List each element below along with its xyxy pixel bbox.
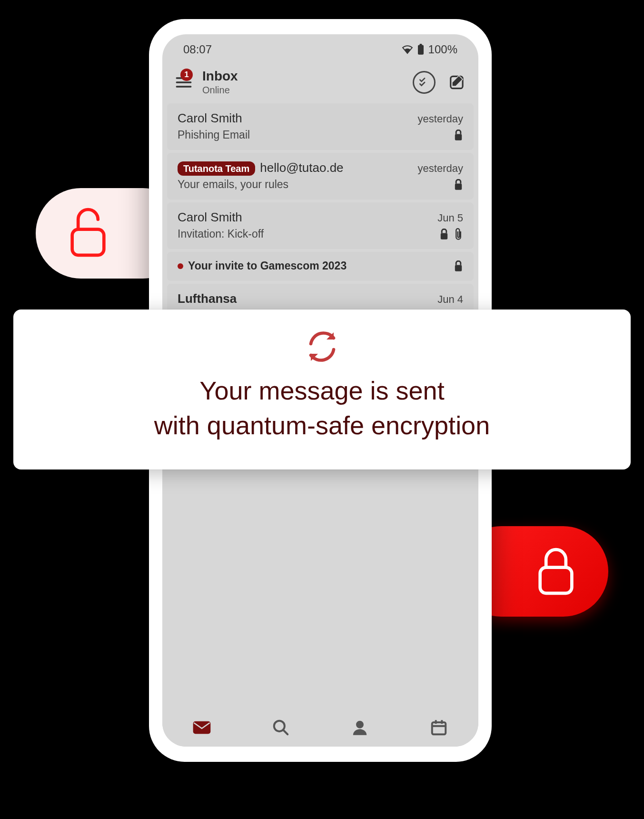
email-date: yesterday	[418, 162, 463, 175]
banner-line2: with quantum-safe encryption	[154, 411, 490, 439]
unlock-icon	[64, 205, 112, 262]
sender-tag: Tutanota Team	[178, 161, 255, 176]
unread-dot	[178, 263, 183, 269]
email-sender: Carol Smith	[178, 111, 418, 126]
email-sender: Tutanota Teamhello@tutao.de	[178, 160, 418, 175]
svg-rect-10	[441, 233, 447, 239]
svg-rect-9	[455, 183, 462, 190]
lock-icon	[439, 229, 449, 240]
battery-percent: 100%	[428, 43, 457, 56]
svg-rect-1	[540, 568, 572, 593]
lock-icon	[532, 543, 580, 600]
nav-mail[interactable]	[190, 716, 214, 739]
svg-rect-0	[72, 230, 104, 255]
svg-line-17	[283, 730, 288, 735]
email-subject: Your invite to Gamescom 2023	[178, 260, 454, 272]
unread-badge: 1	[180, 69, 193, 81]
wifi-icon	[402, 45, 413, 54]
status-time: 08:07	[183, 43, 212, 56]
nav-contacts[interactable]	[348, 716, 372, 739]
email-date: yesterday	[418, 113, 463, 125]
status-bar: 08:07 100%	[162, 34, 478, 65]
email-row[interactable]: Carol SmithyesterdayPhishing Email	[167, 103, 474, 150]
email-sender: Carol Smith	[178, 210, 437, 225]
connection-status: Online	[202, 85, 413, 96]
email-subject: Invitation: Kick-off	[178, 228, 439, 240]
email-row[interactable]: Tutanota Teamhello@tutao.deyesterdayYour…	[167, 153, 474, 200]
compose-button[interactable]	[446, 71, 469, 94]
inbox-header: 1 Inbox Online	[162, 65, 478, 103]
email-row[interactable]: Carol SmithJun 5Invitation: Kick-off	[167, 202, 474, 249]
banner-line1: Your message is sent	[199, 376, 444, 405]
bottom-nav	[162, 709, 478, 747]
status-icons: 100%	[402, 43, 457, 56]
menu-button[interactable]: 1	[172, 70, 196, 94]
nav-search[interactable]	[269, 716, 293, 739]
email-subject: Your emails, your rules	[178, 178, 454, 191]
select-button[interactable]	[413, 71, 436, 94]
lock-icon	[454, 260, 463, 272]
svg-rect-11	[455, 265, 462, 271]
svg-rect-19	[432, 722, 446, 734]
encryption-banner: Your message is sent with quantum-safe e…	[13, 310, 631, 469]
svg-rect-2	[418, 45, 424, 54]
svg-point-18	[356, 721, 364, 729]
email-date: Jun 4	[437, 293, 463, 306]
nav-calendar[interactable]	[427, 716, 451, 739]
email-row[interactable]: Your invite to Gamescom 2023	[167, 252, 474, 281]
folder-title: Inbox	[202, 69, 413, 84]
email-subject: Phishing Email	[178, 129, 454, 141]
banner-text: Your message is sent with quantum-safe e…	[154, 373, 490, 443]
lock-icon	[454, 130, 463, 141]
svg-rect-8	[455, 134, 462, 140]
sync-icon	[305, 330, 339, 364]
attachment-icon	[454, 228, 463, 240]
email-date: Jun 5	[437, 212, 463, 224]
lock-icon	[454, 179, 463, 190]
battery-icon	[417, 44, 425, 55]
svg-rect-15	[193, 721, 211, 734]
svg-rect-3	[419, 44, 422, 46]
email-sender: Lufthansa	[178, 291, 437, 306]
